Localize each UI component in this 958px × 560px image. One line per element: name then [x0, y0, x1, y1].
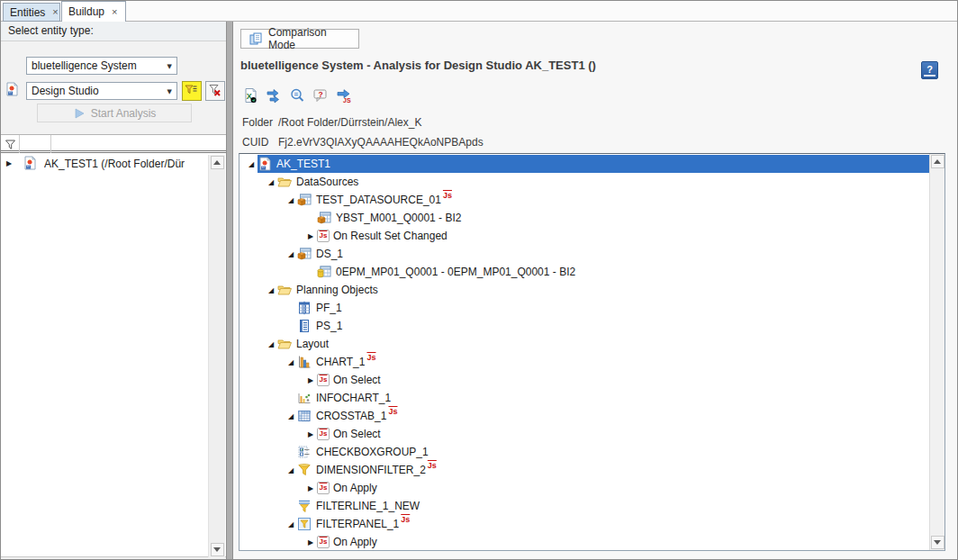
expand-arrow-icon[interactable]: ▶	[304, 232, 317, 240]
js-export-button[interactable]: JS	[334, 86, 353, 104]
grid-filter-cell[interactable]	[19, 135, 51, 153]
js-script-badge: Js	[428, 461, 437, 470]
tree-item-label: AK_TEST1	[276, 158, 330, 170]
tab-entities[interactable]: Entities ×	[3, 3, 60, 22]
panel-splitter[interactable]	[226, 22, 233, 560]
tree-row[interactable]: ◢Layout	[240, 335, 929, 353]
entity-grid: ▶ AK_TEST1 (/Root Folder/Dürrstein/Alex_…	[1, 134, 226, 557]
select-entity-type-header: Select entity type:	[1, 22, 226, 41]
entity-type-dropdown[interactable]: Design Studio ▼	[26, 82, 177, 100]
script-event-icon: Js	[317, 428, 330, 440]
excel-export-button[interactable]: X	[240, 86, 259, 104]
tree-item-label: INFOCHART_1	[316, 392, 391, 404]
datasource-icon	[297, 247, 313, 261]
expand-arrow-icon[interactable]: ▶	[6, 159, 23, 167]
tree-row[interactable]: 0EPM_MP01_Q0001 - 0EPM_MP01_Q0001 - BI2	[240, 263, 929, 281]
expand-arrow-icon[interactable]: ◢	[265, 286, 277, 294]
expand-arrow-icon[interactable]: ◢	[285, 412, 297, 420]
grid-row-ak-test1[interactable]: ▶ AK_TEST1 (/Root Folder/Dürrstein/Alex_…	[1, 153, 226, 174]
tree-item-label: On Apply	[333, 482, 377, 494]
cuid-label: CUID	[242, 136, 268, 149]
system-dropdown[interactable]: bluetelligence System ▼	[26, 57, 177, 75]
crosstab-icon	[297, 409, 313, 423]
tree-row[interactable]: ▶JsOn Select	[240, 371, 929, 389]
filterpanel-icon	[297, 517, 313, 531]
folder-icon	[277, 175, 294, 189]
tab-buildup[interactable]: Buildup ×	[61, 1, 126, 22]
help-icon: ?	[926, 64, 933, 75]
expand-arrow-icon[interactable]: ◢	[265, 340, 277, 348]
tree-row[interactable]: ▶JsOn Select	[240, 425, 929, 443]
tree-item-label: YBST_M001_Q0001 - BI2	[336, 212, 461, 224]
tree-row[interactable]: ◢DataSources	[240, 173, 929, 191]
tree-row[interactable]: PS_1	[240, 317, 929, 335]
tree-item-label: Layout	[296, 338, 329, 350]
tree-row[interactable]: ◢DIMENSIONFILTER_2Js	[240, 461, 929, 479]
script-event-icon: Js	[317, 536, 330, 548]
tree-row[interactable]: CHECKBOXGROUP_1	[240, 443, 929, 461]
tree-row[interactable]: ◢FILTERPANEL_1Js	[240, 515, 929, 533]
start-analysis-button[interactable]: Start Analysis	[37, 104, 192, 122]
help-button[interactable]: ?	[921, 61, 938, 79]
expand-arrow-icon[interactable]: ◢	[245, 160, 258, 168]
tree-row[interactable]: ◢CROSSTAB_1Js	[240, 407, 929, 425]
arrow-up-icon	[934, 159, 941, 164]
expand-arrow-icon[interactable]: ◢	[265, 178, 277, 186]
tree-item-label: TEST_DATASOURCE_01	[316, 194, 441, 206]
expand-arrow-icon[interactable]: ▶	[304, 376, 317, 384]
design-studio-doc-icon	[23, 156, 39, 172]
scroll-down-button[interactable]	[211, 543, 224, 556]
filter-clear-button[interactable]	[205, 81, 225, 101]
expand-arrow-icon[interactable]: ▶	[304, 430, 317, 438]
filter-list-button[interactable]	[182, 81, 202, 101]
js-script-badge: Js	[366, 353, 375, 362]
svg-text:=: =	[294, 90, 298, 98]
tree-row[interactable]: ◢Planning Objects	[240, 281, 929, 299]
scroll-down-button[interactable]	[931, 536, 944, 549]
expand-arrow-icon[interactable]: ◢	[285, 250, 297, 258]
grid-filter-row[interactable]	[1, 135, 226, 153]
planseq-icon	[297, 319, 313, 333]
tree-scrollbar[interactable]	[929, 154, 944, 550]
tree-row[interactable]: ▶JsOn Apply	[240, 479, 929, 497]
expand-all-button[interactable]	[264, 86, 283, 104]
tree-item-label: PF_1	[316, 302, 342, 314]
tree-row[interactable]: ▶JsOn Apply	[240, 533, 929, 550]
tree-row[interactable]: ▶JsOn Result Set Changed	[240, 227, 929, 245]
tree-row[interactable]: ◢TEST_DATASOURCE_01Js	[240, 191, 929, 209]
arrow-up-icon	[213, 160, 221, 165]
chevron-down-icon: ▼	[167, 88, 172, 95]
datasource-icon	[317, 211, 333, 225]
tree-row[interactable]: INFOCHART_1	[240, 389, 929, 407]
scroll-up-button[interactable]	[931, 155, 944, 168]
comparison-mode-button[interactable]: Comparison Mode	[240, 29, 359, 49]
expand-arrow-icon[interactable]: ◢	[285, 358, 297, 366]
comment-question-button[interactable]: ?	[311, 86, 330, 104]
tree-row[interactable]: ◢DS_1	[240, 245, 929, 263]
script-event-icon: Js	[317, 374, 330, 386]
tree-row[interactable]: YBST_M001_Q0001 - BI2	[240, 209, 929, 227]
tree-row[interactable]: ◢AK_TEST1	[240, 155, 929, 173]
tree-row[interactable]: PF_1	[240, 299, 929, 317]
tree-row[interactable]: ◢CHART_1Js	[240, 353, 929, 371]
expand-arrow-icon[interactable]: ▶	[304, 538, 317, 546]
expand-arrow-icon[interactable]: ◢	[285, 466, 297, 474]
play-icon	[73, 107, 86, 120]
design-studio-doc-icon	[5, 82, 21, 98]
expand-arrow-icon[interactable]: ◢	[285, 520, 297, 528]
planfunc-icon	[297, 301, 313, 315]
tree-row[interactable]: FILTERLINE_1_NEW	[240, 497, 929, 515]
entity-type-dropdown-value: Design Studio	[32, 85, 99, 97]
comparison-mode-label: Comparison Mode	[268, 26, 351, 51]
tree-rows: ◢AK_TEST1◢DataSources◢TEST_DATASOURCE_01…	[240, 155, 929, 550]
filterline-icon	[297, 499, 313, 513]
scroll-up-button[interactable]	[211, 156, 224, 169]
js-script-badge: Js	[388, 407, 397, 416]
filter-list-icon	[184, 83, 200, 99]
left-grid-scrollbar[interactable]	[208, 155, 225, 557]
expand-arrow-icon[interactable]: ▶	[304, 484, 317, 492]
close-icon[interactable]: ×	[112, 7, 117, 17]
zoom-search-button[interactable]: =	[287, 86, 306, 104]
close-icon[interactable]: ×	[52, 7, 58, 17]
expand-arrow-icon[interactable]: ◢	[285, 196, 297, 204]
